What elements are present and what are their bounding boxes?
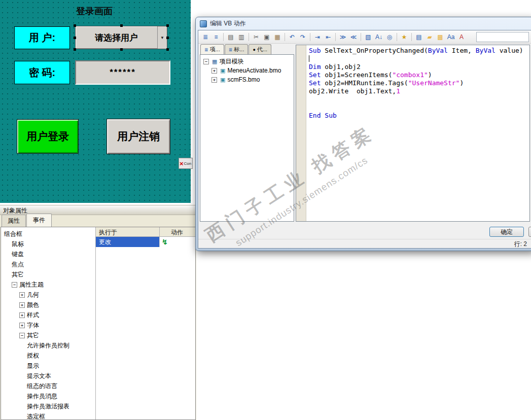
vb-tab-3[interactable]: ●代... [249, 44, 271, 54]
project-tree-item[interactable]: +▣MeneuActivate.bmo [201, 66, 293, 75]
code-line[interactable]: Set obj2=HMIRuntime.Tags("UserNameStr") [309, 79, 529, 87]
property-tree-item[interactable]: 组态的语言 [1, 381, 95, 391]
uncomment-lines-icon[interactable]: ≪ [348, 32, 359, 42]
print-preview-icon[interactable]: ▥ [236, 32, 246, 42]
column-header-action[interactable]: 动作 [160, 227, 195, 236]
ok-button[interactable]: 确定 [489, 227, 524, 237]
tree-expand-icon[interactable]: + [19, 323, 25, 328]
dialog-titlebar[interactable]: 编辑 VB 动作 [196, 17, 531, 30]
property-tree-item[interactable]: −属性主题 [1, 279, 95, 290]
combobox-dropdown-button[interactable]: ▼ [157, 26, 167, 49]
key-icon[interactable]: ★ [399, 32, 409, 42]
cut-icon[interactable]: ✂ [251, 32, 261, 42]
property-tree-item[interactable]: 组合框 [1, 229, 95, 239]
package-icon[interactable]: ▩ [435, 32, 445, 42]
font-asian-icon[interactable]: A [456, 32, 467, 42]
broken-control-placeholder[interactable]: × Con [179, 158, 193, 169]
copy-icon[interactable]: ▣ [262, 32, 272, 42]
code-editor[interactable]: Sub SelText_OnPropertyChanged(ByVal Item… [296, 45, 530, 222]
tree-expand-icon[interactable]: + [211, 68, 217, 74]
project-tree-item[interactable]: −▦项目模块 [201, 57, 293, 66]
project-tree-item[interactable]: +▣scmFS.bmo [201, 75, 293, 84]
property-tree-item[interactable]: 允许操作员控制 [1, 340, 95, 351]
tree-expand-icon[interactable]: + [211, 77, 217, 83]
property-tree-item[interactable]: 操作员消息 [1, 391, 95, 401]
code-line[interactable] [309, 103, 529, 112]
tab-events[interactable]: 事件 [26, 214, 52, 227]
code-line[interactable]: Sub SelText_OnPropertyChanged(ByVal Item… [309, 47, 529, 55]
object-list-icon[interactable]: ≡ [211, 32, 221, 42]
event-action-cell[interactable]: ↯ [160, 237, 195, 247]
selection-handle[interactable] [74, 24, 76, 27]
bookmark-icon[interactable]: ▧ [363, 32, 373, 42]
toolbar-edit-box[interactable] [476, 32, 529, 42]
vb-tab-2[interactable]: ≣标... [225, 44, 249, 54]
property-tree-item[interactable]: +几何 [1, 290, 95, 300]
login-button[interactable]: 用户登录 [17, 119, 79, 154]
code-line[interactable]: End Sub [309, 112, 529, 120]
property-tree-item[interactable]: +字体 [1, 320, 95, 330]
logout-button[interactable]: 用户注销 [107, 119, 170, 154]
code-line[interactable]: Set obj1=ScreenItems("combox1") [309, 71, 529, 79]
property-tree-item[interactable]: 键盘 [1, 249, 95, 259]
selection-handle[interactable] [74, 37, 76, 39]
selection-handle[interactable] [120, 48, 123, 51]
property-tree-item[interactable]: −其它 [1, 330, 95, 340]
code-line[interactable] [309, 55, 529, 63]
tree-expand-icon[interactable]: − [203, 59, 209, 64]
code-line[interactable]: Dim obj1,obj2 [309, 63, 529, 71]
folder-icon[interactable]: ▰ [424, 32, 435, 42]
property-tree-item[interactable]: +颜色 [1, 300, 95, 310]
selection-handle[interactable] [74, 48, 76, 51]
property-tree-item[interactable]: 显示 [1, 361, 95, 371]
property-tree-item[interactable]: 提示文本 [1, 371, 95, 381]
comment-lines-icon[interactable]: ≫ [338, 32, 348, 42]
user-combobox[interactable]: 请选择用户 ▼ [75, 26, 167, 49]
toolbar-separator [361, 33, 361, 41]
password-field[interactable]: ****** [75, 60, 170, 85]
code-segment: obj2=HMIRuntime.Tags( [321, 79, 408, 87]
redo-icon[interactable]: ↷ [298, 32, 308, 42]
hmi-screen-editor[interactable]: 登录画面 用 户: 请选择用户 ▼ 密 码: ****** 用户登录 [0, 0, 191, 203]
tree-expand-icon[interactable]: + [19, 312, 25, 318]
code-line[interactable]: obj2.Write obj1.Text,1 [309, 87, 529, 95]
password-label-box[interactable]: 密 码: [14, 61, 70, 84]
clipped-button[interactable] [528, 227, 531, 237]
event-row-change[interactable]: 更改 ↯ [96, 237, 195, 247]
property-tree-item[interactable]: 操作员激活报表 [1, 401, 95, 411]
tab-properties[interactable]: 属性 [2, 215, 26, 227]
tree-expand-icon[interactable]: − [12, 282, 17, 288]
column-header-trigger[interactable]: 执行于 [96, 227, 160, 236]
vb-script-icon[interactable]: ↯ [162, 238, 168, 246]
sort-az-icon[interactable]: A↓ [374, 32, 384, 42]
tree-expand-icon[interactable]: + [19, 302, 25, 308]
property-tree-item[interactable]: 选定框 [1, 411, 95, 419]
selection-handle[interactable] [166, 48, 169, 51]
undo-icon[interactable]: ↶ [287, 32, 297, 42]
property-tree-item[interactable]: 其它 [1, 269, 95, 279]
user-label-box[interactable]: 用 户: [14, 26, 70, 49]
tree-expand-icon[interactable]: − [19, 333, 25, 338]
indent-decrease-icon[interactable]: ⇤ [323, 32, 333, 42]
event-trigger-cell[interactable]: 更改 [96, 237, 160, 247]
selection-handle[interactable] [120, 24, 123, 27]
properties-window-icon[interactable]: ≣ [200, 32, 210, 42]
tree-expand-icon[interactable]: + [19, 292, 25, 298]
property-tree-item[interactable]: +样式 [1, 310, 95, 320]
property-tree-item[interactable]: 焦点 [1, 259, 95, 269]
indent-increase-icon[interactable]: ⇥ [312, 32, 323, 42]
font-latin-icon[interactable]: Aa [446, 32, 456, 42]
find-icon[interactable]: ◎ [384, 32, 395, 42]
combobox-body[interactable]: 请选择用户 ▼ [75, 26, 167, 49]
selection-handle[interactable] [166, 37, 169, 39]
property-tree-item[interactable]: 授权 [1, 351, 95, 361]
code-line[interactable] [309, 95, 529, 103]
paste-icon[interactable]: ▦ [272, 32, 282, 42]
code-editor-lines[interactable]: Sub SelText_OnPropertyChanged(ByVal Item… [306, 45, 529, 221]
selection-handle[interactable] [166, 24, 169, 27]
print-icon[interactable]: ▤ [226, 32, 236, 42]
module-book-icon[interactable]: ▤ [414, 32, 424, 42]
text-caret [309, 55, 309, 62]
vb-tab-1[interactable]: ≣项... [200, 44, 224, 54]
property-tree-item[interactable]: 鼠标 [1, 239, 95, 249]
